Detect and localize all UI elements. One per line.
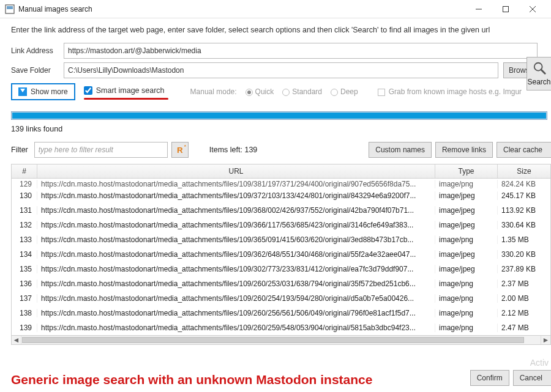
cell-num: 131 <box>12 206 37 215</box>
annotation-underline <box>84 98 168 100</box>
magnifier-icon <box>533 61 546 76</box>
cancel-button[interactable]: Cancel <box>513 370 551 386</box>
cell-size: 2.37 MB <box>498 279 550 288</box>
save-folder-label: Save Folder <box>11 66 59 75</box>
table-row[interactable]: 132https://cdn.masto.host/mastodonart/me… <box>12 218 550 232</box>
results-table: # URL Type Size 129https://cdn.masto.hos… <box>11 164 551 345</box>
cell-size: 237.89 KB <box>498 265 550 273</box>
close-button[interactable] <box>519 0 546 18</box>
cell-type: image/jpeg <box>435 206 498 215</box>
smart-image-search-input[interactable] <box>84 86 92 95</box>
table-row[interactable]: 136https://cdn.masto.host/mastodonart/me… <box>12 276 550 291</box>
cell-num: 133 <box>12 235 37 244</box>
cell-size: 330.64 KB <box>498 221 550 229</box>
filter-input[interactable] <box>34 142 168 158</box>
table-row[interactable]: 133https://cdn.masto.host/mastodonart/me… <box>12 232 550 247</box>
column-header-num[interactable]: # <box>12 165 37 178</box>
table-header: # URL Type Size <box>11 164 551 179</box>
column-header-size[interactable]: Size <box>498 165 550 178</box>
cell-num: 135 <box>12 265 37 273</box>
cell-num: 130 <box>12 191 37 200</box>
table-row[interactable]: 137https://cdn.masto.host/mastodonart/me… <box>12 291 550 306</box>
link-address-label: Link Address <box>11 46 59 55</box>
cell-num: 134 <box>12 250 37 259</box>
download-icon <box>18 87 27 96</box>
cell-url: https://cdn.masto.host/mastodonart/media… <box>37 180 435 188</box>
grab-known-hosts-checkbox: Grab from known image hosts e.g. Imgur <box>378 87 522 96</box>
items-left-text: Items left: 139 <box>209 146 258 154</box>
search-button-label: Search <box>527 78 550 86</box>
cell-num: 137 <box>12 294 37 303</box>
cell-type: image/png <box>435 324 498 332</box>
cell-url: https://cdn.masto.host/mastodonart/media… <box>37 265 435 273</box>
cell-size: 824.24 KB <box>498 180 550 188</box>
cell-num: 132 <box>12 221 37 229</box>
table-row[interactable]: 135https://cdn.masto.host/mastodonart/me… <box>12 262 550 276</box>
table-row[interactable]: 138https://cdn.masto.host/mastodonart/me… <box>12 306 550 320</box>
table-row[interactable]: 134https://cdn.masto.host/mastodonart/me… <box>12 247 550 262</box>
cell-type: image/jpeg <box>435 250 498 259</box>
app-icon <box>5 4 15 14</box>
scrollbar-thumb[interactable] <box>22 337 524 343</box>
quick-radio: Quick <box>246 87 274 96</box>
window-title: Manual images search <box>18 5 92 13</box>
progress-bar <box>11 111 547 120</box>
titlebar: Manual images search <box>0 0 551 18</box>
link-address-input[interactable] <box>64 43 538 59</box>
search-button[interactable]: Search <box>527 57 551 91</box>
table-row[interactable]: 130https://cdn.masto.host/mastodonart/me… <box>12 188 550 203</box>
cell-num: 136 <box>12 279 37 288</box>
cell-url: https://cdn.masto.host/mastodonart/media… <box>37 206 435 215</box>
confirm-button[interactable]: Confirm <box>470 370 509 386</box>
links-found-text: 139 links found <box>11 125 551 133</box>
cell-url: https://cdn.masto.host/mastodonart/media… <box>37 294 435 303</box>
cell-url: https://cdn.masto.host/mastodonart/media… <box>37 221 435 229</box>
maximize-button[interactable] <box>492 0 519 18</box>
column-header-type[interactable]: Type <box>435 165 498 178</box>
cell-url: https://cdn.masto.host/mastodonart/media… <box>37 250 435 259</box>
remove-links-button[interactable]: Remove links <box>435 142 493 158</box>
annotation-caption: Generic image search with an unknown Mas… <box>11 372 372 387</box>
show-more-label: Show more <box>31 87 68 96</box>
cell-type: image/png <box>435 309 498 317</box>
cell-size: 330.20 KB <box>498 250 550 259</box>
cell-size: 2.12 MB <box>498 309 550 317</box>
table-row[interactable]: 139https://cdn.masto.host/mastodonart/me… <box>12 320 550 335</box>
clear-cache-button[interactable]: Clear cache <box>497 142 551 158</box>
svg-rect-1 <box>7 6 13 9</box>
cell-url: https://cdn.masto.host/mastodonart/media… <box>37 279 435 288</box>
cell-type: image/png <box>435 294 498 303</box>
cell-num: 129 <box>12 180 37 188</box>
cell-size: 113.92 KB <box>498 206 550 215</box>
cell-type: image/jpeg <box>435 265 498 273</box>
cell-size: 1.35 MB <box>498 235 550 244</box>
table-row[interactable]: 129https://cdn.masto.host/mastodonart/me… <box>12 179 550 188</box>
horizontal-scrollbar[interactable]: ◄ ► <box>11 335 551 345</box>
deep-radio: Deep <box>331 87 358 96</box>
standard-radio: Standard <box>282 87 322 96</box>
cell-size: 245.17 KB <box>498 191 550 200</box>
cell-type: image/jpeg <box>435 221 498 229</box>
cell-num: 139 <box>12 324 37 332</box>
cell-url: https://cdn.masto.host/mastodonart/media… <box>37 324 435 332</box>
column-header-url[interactable]: URL <box>37 165 435 178</box>
table-row[interactable]: 131https://cdn.masto.host/mastodonart/me… <box>12 203 550 218</box>
regex-filter-button[interactable]: R* <box>171 142 189 158</box>
save-folder-input[interactable] <box>64 62 498 78</box>
cell-num: 138 <box>12 309 37 317</box>
cell-url: https://cdn.masto.host/mastodonart/media… <box>37 191 435 200</box>
cell-size: 2.47 MB <box>498 324 550 332</box>
custom-names-button[interactable]: Custom names <box>369 142 432 158</box>
instructions-text: Enter the link address of the target web… <box>11 26 551 34</box>
smart-image-search-checkbox[interactable]: Smart image search <box>84 86 165 97</box>
svg-rect-3 <box>503 6 509 12</box>
cell-size: 2.00 MB <box>498 294 550 303</box>
scroll-left-arrow-icon[interactable]: ◄ <box>12 336 21 344</box>
manual-mode-label: Manual mode: <box>190 87 237 96</box>
show-more-button[interactable]: Show more <box>11 83 75 100</box>
svg-line-7 <box>541 70 544 73</box>
cell-type: image/jpeg <box>435 191 498 200</box>
cell-type: image/png <box>435 279 498 288</box>
scroll-right-arrow-icon[interactable]: ► <box>541 336 550 344</box>
minimize-button[interactable] <box>465 0 492 18</box>
